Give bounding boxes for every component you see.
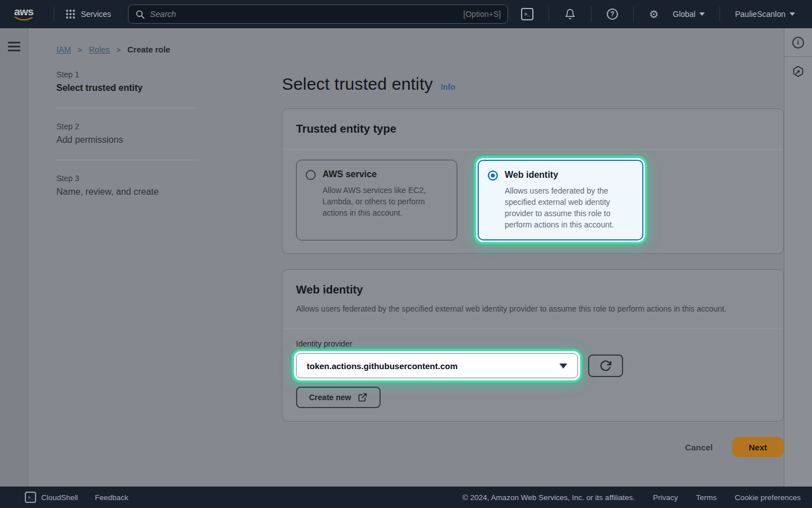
create-new-button[interactable]: Create new — [296, 387, 381, 408]
card-title: Trusted entity type — [296, 122, 770, 135]
option-title: AWS service — [323, 169, 442, 179]
radio-selected-icon[interactable] — [488, 170, 498, 181]
search-input[interactable] — [150, 10, 458, 19]
external-link-icon — [358, 392, 368, 402]
search-shortcut: [Option+S] — [464, 10, 501, 19]
aws-logo[interactable]: aws — [14, 7, 33, 21]
option-description: Allows users federated by the specified … — [505, 185, 633, 230]
left-nav-strip — [0, 28, 28, 487]
step-divider — [56, 160, 197, 160]
refresh-icon — [599, 360, 612, 372]
cloudshell-terminal-icon: >_ — [25, 492, 36, 503]
identity-provider-value: token.actions.githubusercontent.com — [307, 361, 559, 371]
navbar-divider — [720, 7, 720, 21]
help-button[interactable]: ? — [599, 8, 625, 20]
page-title: Select trusted entity — [282, 75, 433, 94]
resources-panel-button[interactable] — [784, 57, 812, 85]
option-tile-aws-service[interactable]: AWS service Allow AWS services like EC2,… — [296, 160, 457, 240]
global-search[interactable]: [Option+S] — [128, 5, 508, 24]
step-divider — [56, 108, 197, 108]
info-panel-button[interactable]: i — [784, 28, 812, 56]
breadcrumb-separator: > — [78, 46, 82, 54]
notifications-button[interactable] — [557, 8, 583, 20]
step-title: Add permissions — [56, 135, 226, 145]
steps-sidebar: IAM > Roles > Create role Step 1 Select … — [28, 28, 226, 487]
account-name: PaulieScanlon — [735, 10, 785, 19]
refresh-button[interactable] — [588, 354, 623, 377]
option-title: Web identity — [505, 170, 633, 180]
region-selector[interactable]: Global — [666, 10, 712, 19]
create-new-label: Create new — [309, 393, 351, 402]
cloudshell-terminal-icon: >_ — [521, 8, 533, 20]
services-menu[interactable]: Services — [62, 9, 114, 19]
feedback-link[interactable]: Feedback — [95, 493, 128, 502]
step-item-3[interactable]: Step 3 Name, review, and create — [56, 174, 226, 197]
account-menu[interactable]: PaulieScanlon — [728, 10, 802, 19]
radio-unselected-icon[interactable] — [306, 170, 316, 180]
navbar-divider — [591, 7, 592, 21]
aws-logo-text: aws — [14, 7, 33, 16]
step-item-1[interactable]: Step 1 Select trusted entity — [56, 70, 226, 93]
step-item-2[interactable]: Step 2 Add permissions — [56, 122, 226, 145]
right-tools-rail: i — [784, 28, 812, 487]
footer-bar: >_ CloudShell Feedback © 2024, Amazon We… — [0, 487, 812, 508]
footer-cloudshell-button[interactable]: >_ CloudShell — [25, 492, 78, 503]
identity-provider-select[interactable]: token.actions.githubusercontent.com — [296, 353, 578, 378]
services-grid-icon — [65, 9, 76, 19]
breadcrumb-roles-link[interactable]: Roles — [89, 45, 109, 54]
step-title: Select trusted entity — [56, 83, 226, 93]
step-title: Name, review, and create — [56, 187, 226, 197]
help-icon: ? — [607, 8, 618, 20]
chevron-down-icon — [789, 12, 795, 16]
trusted-entity-type-card: Trusted entity type AWS service Allow AW… — [282, 108, 784, 254]
breadcrumb-current-page: Create role — [127, 45, 170, 54]
cloudshell-button[interactable]: >_ — [514, 8, 541, 20]
step-number: Step 1 — [56, 70, 226, 79]
bell-icon — [564, 8, 576, 20]
gear-icon: ⚙ — [649, 9, 659, 20]
settings-button[interactable]: ⚙ — [642, 9, 666, 20]
info-link[interactable]: Info — [441, 82, 456, 91]
cancel-button[interactable]: Cancel — [685, 443, 713, 452]
content-area: IAM > Roles > Create role Step 1 Select … — [0, 28, 812, 487]
resources-hexagon-icon — [792, 65, 804, 77]
region-label: Global — [673, 10, 695, 19]
top-navbar: aws Services [Option+S] >_ — [0, 0, 812, 28]
chevron-down-icon — [699, 12, 705, 16]
copyright-text: © 2024, Amazon Web Services, Inc. or its… — [462, 493, 635, 502]
wizard-actions: Cancel Next — [282, 437, 784, 457]
info-icon: i — [792, 37, 804, 49]
terms-link[interactable]: Terms — [696, 493, 717, 502]
navbar-divider — [549, 7, 549, 21]
step-number: Step 3 — [56, 174, 226, 183]
web-identity-card: Web identity Allows users federated by t… — [282, 269, 784, 422]
privacy-link[interactable]: Privacy — [653, 493, 678, 502]
breadcrumb-separator: > — [116, 46, 121, 54]
navbar-right-cluster: >_ ? ⚙ Global PaulieScanlon — [514, 7, 802, 21]
services-label: Services — [81, 10, 111, 19]
card-title: Web identity — [296, 283, 770, 296]
select-caret-icon — [559, 364, 567, 369]
option-tile-web-identity[interactable]: Web identity Allows users federated by t… — [478, 160, 643, 240]
search-icon — [135, 10, 145, 19]
hamburger-menu-button[interactable] — [8, 36, 20, 51]
card-description: Allows users federated by the specified … — [296, 303, 744, 315]
breadcrumb-iam-link[interactable]: IAM — [56, 45, 71, 54]
step-number: Step 2 — [56, 122, 226, 131]
main-panel: Select trusted entity Info Trusted entit… — [282, 28, 784, 487]
identity-provider-label: Identity provider — [296, 339, 770, 348]
next-button[interactable]: Next — [732, 437, 784, 457]
cloudshell-label: CloudShell — [41, 493, 78, 502]
option-description: Allow AWS services like EC2, Lambda, or … — [323, 185, 442, 218]
aws-smile-icon — [14, 16, 33, 21]
navbar-divider — [54, 7, 54, 21]
breadcrumb: IAM > Roles > Create role — [56, 45, 226, 54]
cookie-preferences-link[interactable]: Cookie preferences — [735, 493, 801, 502]
navbar-divider — [633, 7, 634, 21]
